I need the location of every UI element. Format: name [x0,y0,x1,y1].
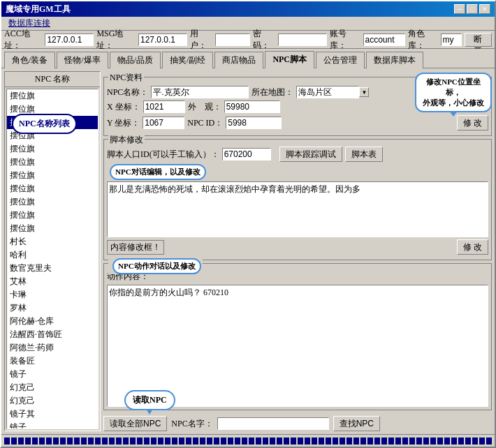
disconnect-button[interactable]: 断开 [465,33,493,47]
role-label: 角色库： [408,28,438,52]
npc-list-item[interactable]: 数官克里夫 [7,262,98,275]
npc-list-item[interactable]: 摆位旗 [7,142,98,156]
tab-role-equipment[interactable]: 角色/装备 [4,52,55,68]
tab-item-quality[interactable]: 物品/品质 [110,52,161,68]
npc-list-item[interactable]: 村长 [7,235,98,248]
main-window: 魔域专用GM工具 ─ □ ✕ 数据库连接 ACC地址： MSG地址： 用户： 密… [0,0,496,448]
dialog-textarea[interactable] [107,181,488,237]
status-bar [1,434,495,447]
pwd-input[interactable] [278,33,327,46]
x-input[interactable] [143,100,185,113]
npc-list-item[interactable]: 摆位旗 [7,209,98,222]
msg-label: MSG地址： [96,28,136,52]
person-id-label: 脚本人口ID(可以手工输入）： [107,149,219,160]
npc-info-title: NPC资料 [108,72,144,84]
npc-id-input[interactable] [226,117,282,129]
y-label: Y 坐标： [107,117,140,129]
npc-list-item[interactable]: 装备匠 [7,354,98,368]
script-edit-group: 脚本修改 脚本人口ID(可以手工输入）： 脚本跟踪调试 脚本表 NPC对话编辑，… [103,139,492,260]
tab-db-script[interactable]: 数据库脚本 [366,52,423,68]
toolbar: ACC地址： MSG地址： 用户： 密码： 账号库： 角色库： 断开 [1,31,495,49]
npc-info-group: NPC资料 NPC名称： 所在地图： ▼ X 坐标： 外 观： [103,77,492,136]
main-content: NPC 名称 摆位旗摆位旗摆位旗★摆位旗摆位旗摆位旗摆位旗摆位旗摆位旗摆位旗摆位… [1,68,495,434]
npc-list-item[interactable]: 幻克己 [7,381,98,394]
npc-list-item[interactable]: 摆位旗 [7,156,98,169]
npc-name-row: NPC名称： 所在地图： ▼ [107,86,488,98]
npc-info-modify-button[interactable]: 修 改 [457,115,488,130]
npc-action-title: NPC动作对话以及修改 [108,258,203,274]
coords-row: X 坐标： 外 观： [107,100,488,113]
npc-list-header: NPC 名称 [5,72,100,87]
npc-list-item[interactable]: 摆位旗 [7,169,98,182]
npc-list-item[interactable]: 摆位旗 [7,195,98,209]
tab-shop-item[interactable]: 商店物品 [214,52,263,68]
npc-list-item[interactable]: 摆位旗 [7,103,98,116]
tab-npc-script[interactable]: NPC脚本 [265,51,314,68]
minimize-button[interactable]: ─ [454,4,465,14]
npc-name-label: NPC名称： [107,87,148,98]
npc-action-bubble: NPC动作对话以及修改 [112,258,201,274]
maximize-button[interactable]: □ [467,4,478,14]
msg-input[interactable] [138,33,187,46]
npc-list-item[interactable]: 阿德兰·药师 [7,341,98,354]
action-textarea[interactable]: 你指的是前方的火山吗？ 670210 [107,285,488,407]
window-controls: ─ □ ✕ [454,4,490,14]
read-all-npc-button[interactable]: 读取全部NPC [103,416,167,431]
tab-lottery[interactable]: 抽奖/副经 [162,52,213,68]
npc-list-item[interactable]: 镜子 [7,421,98,429]
tab-monster-drop[interactable]: 怪物/爆率 [57,52,108,68]
dialog-edit-row: NPC对话编辑，以及修改 [107,164,488,180]
script-table-button[interactable]: 脚本表 [345,147,383,162]
person-id-row: 脚本人口ID(可以手工输入）： 脚本跟踪调试 脚本表 [107,147,488,162]
acc-input[interactable] [45,33,94,46]
window-title: 魔域专用GM工具 [6,3,71,15]
npc-action-group: NPC动作对话以及修改 动作内容： 你指的是前方的火山吗？ 670210 [103,263,492,410]
npc-name-input[interactable] [151,86,249,98]
npc-list-item[interactable]: 摆位旗 [7,222,98,235]
npc-list-item[interactable]: 法醒西·首饰匠 [7,328,98,341]
user-input[interactable] [215,33,250,46]
npc-list-item[interactable]: 摆位旗 [7,129,98,142]
npc-list-item[interactable]: 艾林 [7,275,98,288]
npc-list-item[interactable]: 镜子其 [7,408,98,421]
npc-list-item[interactable]: 罗林 [7,301,98,315]
content-edit-row: 内容修改框！ 修 改 [107,239,488,255]
map-input[interactable] [296,86,359,98]
script-modify-button[interactable]: 修 改 [457,239,488,255]
npc-list-item[interactable]: 镜子 [7,368,98,381]
npc-list-item[interactable]: 摆位旗★ [7,116,98,129]
debug-button[interactable]: 脚本跟踪调试 [279,147,342,162]
person-id-input[interactable] [222,148,271,160]
title-bar: 魔域专用GM工具 ─ □ ✕ [1,1,495,17]
right-panel: 修改NPC位置坐标，外观等，小心修改 NPC资料 NPC名称： 所在地图： ▼ [103,71,492,431]
progress-indicator [4,438,492,445]
close-button[interactable]: ✕ [479,4,490,14]
appearance-label: 外 观： [188,101,221,113]
role-input[interactable] [441,33,462,46]
tabs-bar: 角色/装备 怪物/爆率 物品/品质 抽奖/副经 商店物品 NPC脚本 公告管理 … [1,49,495,68]
pwd-label: 密码： [253,28,275,52]
npc-list-item[interactable]: 摆位旗 [7,182,98,195]
script-edit-title: 脚本修改 [108,134,145,146]
y-input[interactable] [143,117,184,129]
npc-list-item[interactable]: 阿伦赫·仓库 [7,315,98,328]
npc-list-container[interactable]: 摆位旗摆位旗摆位旗★摆位旗摆位旗摆位旗摆位旗摆位旗摆位旗摆位旗摆位旗村长哈利数官… [6,89,99,429]
npc-name-search-label: NPC名字： [171,418,212,430]
bottom-action-bar: 读取全部NPC NPC名字： 查找NPC 读取NPC [103,416,492,431]
map-combo[interactable]: ▼ [296,86,369,98]
npc-list-item[interactable]: 哈利 [7,248,98,262]
npc-list-item[interactable]: 摆位旗 [7,89,98,103]
find-npc-button[interactable]: 查找NPC [333,416,380,431]
npc-list-item[interactable]: 幻克己 [7,394,98,408]
y-npcid-row: Y 坐标： NPC ID： 修 改 [107,115,488,130]
dialog-edit-bubble: NPC对话编辑，以及修改 [110,164,206,180]
npc-name-search-input[interactable] [217,417,329,430]
npc-list-item[interactable]: 卡琳 [7,288,98,301]
user-label: 用户： [190,28,212,52]
map-combo-arrow[interactable]: ▼ [359,87,369,97]
db-input[interactable] [363,33,405,46]
tab-announcement[interactable]: 公告管理 [316,52,365,68]
npc-id-label: NPC ID： [187,117,223,129]
npc-list-panel: NPC 名称 摆位旗摆位旗摆位旗★摆位旗摆位旗摆位旗摆位旗摆位旗摆位旗摆位旗摆位… [4,71,101,431]
appearance-input[interactable] [224,100,280,113]
